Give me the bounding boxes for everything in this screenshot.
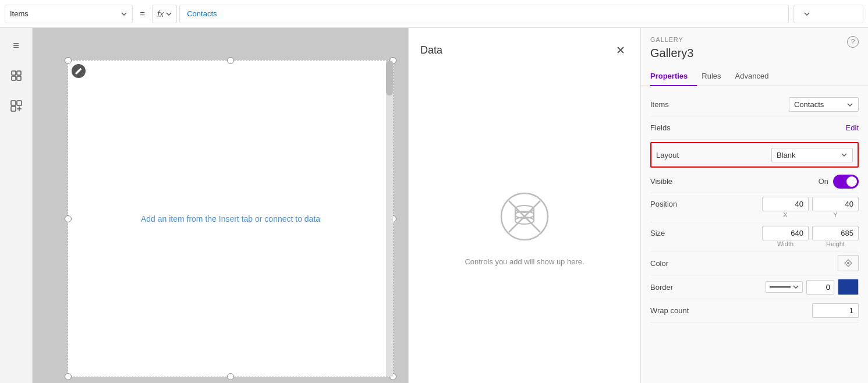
- items-dropdown-label: Items: [10, 9, 116, 18]
- border-style-dropdown[interactable]: [766, 281, 803, 293]
- layout-control: Blank: [726, 148, 853, 162]
- handle-top-mid[interactable]: [227, 57, 234, 64]
- left-sidebar: ≡: [0, 28, 33, 383]
- size-height-label: Height: [812, 240, 859, 247]
- tab-rules[interactable]: Rules: [702, 67, 730, 86]
- prop-border-row: Border: [650, 275, 859, 299]
- svg-rect-3: [17, 76, 21, 80]
- gallery-canvas[interactable]: Add an item from the Insert tab or conne…: [68, 60, 394, 377]
- equals-symbol: =: [133, 9, 152, 19]
- visible-toggle[interactable]: [833, 175, 859, 189]
- items-dropdown[interactable]: Items: [5, 5, 133, 23]
- chevron-down-icon: [121, 10, 127, 17]
- border-controls: [766, 279, 859, 295]
- menu-icon: ≡: [13, 40, 19, 52]
- fields-control: Edit: [720, 123, 859, 132]
- formula-bar[interactable]: Contacts: [179, 5, 789, 23]
- prop-size-row: Size Width Height: [650, 222, 859, 251]
- size-control: [720, 226, 859, 240]
- layout-label: Layout: [656, 151, 726, 159]
- fields-edit-link[interactable]: Edit: [846, 123, 859, 132]
- edit-icon[interactable]: [72, 64, 86, 78]
- color-picker-icon: [844, 258, 853, 268]
- color-swatch[interactable]: [838, 255, 859, 271]
- items-label: Items: [650, 100, 720, 109]
- border-control: [720, 279, 859, 295]
- position-x-input[interactable]: [762, 197, 809, 211]
- fx-label: fx: [157, 9, 164, 19]
- chevron-down-icon: [793, 284, 799, 290]
- toggle-container: On: [819, 175, 859, 189]
- wrap-count-label: Wrap count: [650, 306, 720, 315]
- size-width-label: Width: [762, 240, 809, 247]
- sidebar-item-menu[interactable]: ≡: [6, 35, 27, 56]
- prop-items-row: Items Contacts: [650, 93, 859, 116]
- svg-rect-4: [11, 101, 16, 105]
- fx-button[interactable]: fx: [152, 5, 177, 23]
- tab-properties[interactable]: Properties: [650, 67, 697, 86]
- size-label: Size: [650, 229, 720, 237]
- svg-rect-5: [17, 101, 22, 105]
- canvas-scrollbar[interactable]: [386, 61, 393, 377]
- svg-rect-6: [11, 107, 16, 111]
- handle-top-left[interactable]: [65, 57, 72, 64]
- handle-mid-left[interactable]: [65, 215, 72, 222]
- size-width-input[interactable]: [762, 226, 809, 240]
- gallery-title: Gallery3: [641, 44, 868, 67]
- sidebar-item-layers[interactable]: [6, 65, 27, 86]
- data-panel: Data: [408, 28, 641, 383]
- layers-icon: [10, 69, 23, 82]
- canvas-placeholder-text: Add an item from the Insert tab or conne…: [141, 214, 320, 224]
- scrollbar-thumb[interactable]: [386, 61, 393, 95]
- chevron-down-icon: [841, 151, 848, 158]
- border-color-swatch[interactable]: [838, 279, 859, 295]
- position-control: [720, 197, 859, 211]
- data-panel-title: Data: [420, 44, 442, 56]
- position-y-label: Y: [812, 211, 859, 218]
- layout-row-container: Layout Blank: [650, 142, 859, 168]
- size-height-input[interactable]: [812, 226, 859, 240]
- tab-advanced[interactable]: Advanced: [735, 67, 778, 86]
- prop-layout-row: Layout Blank: [651, 143, 858, 166]
- svg-point-13: [847, 262, 849, 264]
- toggle-on-label: On: [819, 177, 828, 186]
- main-layout: ≡: [0, 28, 868, 383]
- layout-dropdown[interactable]: Blank: [771, 148, 853, 162]
- border-width-input[interactable]: [806, 280, 834, 295]
- border-label: Border: [650, 283, 720, 292]
- prop-visible-row: Visible On: [650, 170, 859, 193]
- svg-rect-1: [17, 71, 21, 75]
- close-icon: [616, 45, 625, 55]
- data-panel-header: Data: [409, 28, 640, 70]
- visible-control: On: [720, 175, 859, 189]
- handle-bot-mid[interactable]: [227, 373, 234, 380]
- prop-wrap-count-row: Wrap count: [650, 299, 859, 322]
- svg-rect-2: [12, 76, 16, 80]
- items-control: Contacts: [720, 97, 859, 112]
- wrap-count-input[interactable]: [812, 303, 859, 318]
- position-x-label: X: [762, 211, 809, 218]
- svg-rect-0: [12, 71, 16, 75]
- top-bar: Items = fx Contacts: [0, 0, 868, 28]
- wrap-count-control: [720, 303, 859, 318]
- chevron-down-icon: [846, 101, 853, 108]
- position-y-input[interactable]: [812, 197, 859, 211]
- border-line-preview: [770, 286, 791, 288]
- database-svg: [498, 190, 551, 243]
- sidebar-item-components[interactable]: [6, 95, 27, 116]
- layout-value: Blank: [777, 151, 796, 159]
- formula-right-dropdown[interactable]: [793, 5, 863, 23]
- items-dropdown-prop[interactable]: Contacts: [789, 97, 859, 112]
- data-panel-body-text: Controls you add will show up here.: [465, 257, 584, 266]
- chevron-down-icon: [166, 11, 172, 17]
- position-label: Position: [650, 200, 720, 208]
- help-icon[interactable]: ?: [847, 36, 859, 48]
- data-panel-body: Controls you add will show up here.: [409, 70, 640, 383]
- handle-bot-left[interactable]: [65, 373, 72, 380]
- components-icon: [10, 100, 23, 112]
- canvas-area: Add an item from the Insert tab or conne…: [33, 28, 408, 383]
- chevron-down-icon: [803, 10, 810, 17]
- data-panel-close-button[interactable]: [612, 42, 629, 58]
- props-tabs: Properties Rules Advanced: [641, 67, 868, 86]
- props-body: Items Contacts Fields Edit Layout: [641, 86, 868, 329]
